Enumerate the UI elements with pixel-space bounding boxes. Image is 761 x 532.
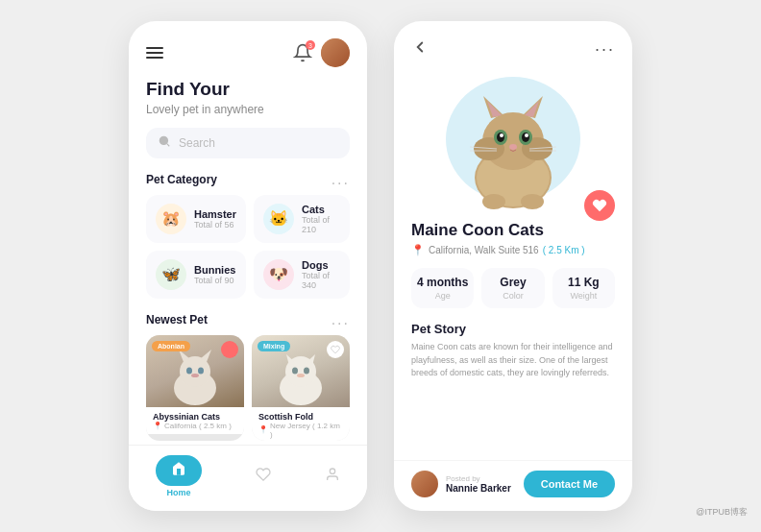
- nav-home-label: Home: [166, 488, 190, 497]
- poster-avatar: [411, 471, 438, 497]
- stat-age-label: Age: [417, 291, 468, 301]
- hamster-count: Total of 56: [194, 220, 236, 230]
- category-bunnies[interactable]: 🦋 Bunnies Total of 90: [146, 251, 246, 299]
- newest-cards: Abonian Abyssinian Cats 📍 California ( 2…: [146, 335, 350, 445]
- pet-location-scottish: 📍 New Jersey ( 1.2 km ): [258, 422, 343, 439]
- dogs-name: Dogs: [302, 259, 340, 271]
- favorite-button[interactable]: [584, 190, 615, 221]
- menu-icon[interactable]: [146, 47, 163, 59]
- pet-location-abyssinian: 📍 California ( 2.5 km ): [153, 422, 237, 430]
- nav-home[interactable]: Home: [156, 455, 202, 497]
- hamster-icon: 🐹: [156, 204, 186, 234]
- hamster-info: Hamster Total of 56: [194, 208, 236, 230]
- svg-point-13: [292, 367, 298, 374]
- hero-title: Find Your: [146, 79, 350, 101]
- story-title: Pet Story: [411, 322, 615, 336]
- svg-point-6: [186, 367, 192, 374]
- header-right: 3: [292, 38, 350, 67]
- pet-location-row: 📍 California, Walk Suite 516 ( 2.5 Km ): [411, 244, 615, 256]
- bunnies-icon: 🦋: [156, 259, 186, 290]
- category-dogs[interactable]: 🐶 Dogs Total of 340: [254, 251, 350, 299]
- pet-name-abyssinian: Abyssinian Cats: [153, 412, 237, 422]
- stat-color-label: Color: [487, 291, 538, 301]
- category-section-header: Pet Category ...: [146, 172, 350, 187]
- home-icon: [156, 455, 202, 486]
- left-phone: 3 Find Your Lovely pet in anywhere Searc…: [129, 21, 367, 511]
- contact-me-button[interactable]: Contact Me: [524, 471, 615, 497]
- dogs-count: Total of 340: [302, 271, 340, 290]
- svg-point-37: [482, 194, 505, 209]
- search-icon: [158, 134, 171, 152]
- poster-text: Posted by Nannie Barker: [446, 474, 511, 494]
- watermark: @ITPUB博客: [696, 506, 748, 519]
- nav-user[interactable]: [325, 467, 340, 486]
- dogs-info: Dogs Total of 340: [302, 259, 340, 290]
- location-icon2: 📍: [258, 425, 268, 434]
- location-pin-icon: 📍: [411, 244, 425, 256]
- stat-weight: 11 Kg Weight: [552, 268, 615, 308]
- poster-info: Posted by Nannie Barker: [411, 471, 511, 497]
- category-title: Pet Category: [146, 173, 217, 186]
- heart-nav-icon: [256, 467, 271, 486]
- search-placeholder: Search: [179, 136, 215, 150]
- bunnies-info: Bunnies Total of 90: [194, 264, 235, 285]
- newest-more-button[interactable]: ...: [331, 312, 350, 327]
- poster-name: Nannie Barker: [446, 483, 511, 494]
- hamster-name: Hamster: [194, 208, 236, 220]
- category-hamster[interactable]: 🐹 Hamster Total of 56: [146, 195, 246, 243]
- back-button[interactable]: [411, 38, 429, 60]
- svg-point-31: [525, 133, 528, 137]
- story-text: Maine Coon cats are known for their inte…: [411, 341, 615, 380]
- svg-point-38: [521, 194, 544, 209]
- stats-row: 4 months Age Grey Color 11 Kg Weight: [411, 268, 615, 308]
- pet-distance: ( 2.5 Km ): [543, 245, 585, 255]
- svg-line-1: [167, 144, 170, 147]
- notification-badge: 3: [306, 40, 315, 50]
- pet-full-name: Maine Coon Cats: [411, 221, 615, 240]
- pet-card-bottom-abyssinian: Abyssinian Cats 📍 California ( 2.5 km ): [146, 407, 244, 434]
- right-header: ···: [394, 21, 632, 67]
- nav-heart[interactable]: [256, 467, 271, 486]
- right-body: Maine Coon Cats 📍 California, Walk Suite…: [394, 221, 632, 452]
- more-options-button[interactable]: ···: [595, 40, 615, 58]
- newest-title: Newest Pet: [146, 313, 208, 326]
- notification-button[interactable]: 3: [292, 42, 313, 63]
- heart-button-scottish[interactable]: [327, 341, 344, 358]
- bunnies-name: Bunnies: [194, 264, 235, 276]
- pet-card-scottish[interactable]: Mixing Scottish Fold 📍 New Jersey ( 1.2 …: [252, 335, 350, 441]
- svg-point-0: [160, 136, 168, 145]
- pet-tag-scottish: Mixing: [258, 341, 290, 351]
- avatar[interactable]: [321, 38, 350, 67]
- stat-color-value: Grey: [487, 276, 538, 289]
- stat-age-value: 4 months: [417, 276, 468, 289]
- left-header: 3: [129, 21, 367, 75]
- dogs-icon: 🐶: [263, 259, 294, 290]
- posted-by-label: Posted by: [446, 474, 511, 483]
- cat-main-image: [436, 67, 590, 211]
- category-cats[interactable]: 🐱 Cats Total of 210: [254, 195, 350, 243]
- user-nav-icon: [325, 467, 340, 486]
- pet-tag-abyssinian: Abonian: [152, 341, 190, 351]
- cats-count: Total of 210: [302, 215, 340, 234]
- pet-card-abyssinian[interactable]: Abonian Abyssinian Cats 📍 California ( 2…: [146, 335, 244, 441]
- svg-point-7: [198, 367, 204, 374]
- svg-point-32: [509, 144, 517, 150]
- hero-subtitle: Lovely pet in anywhere: [146, 103, 350, 116]
- stat-age: 4 months Age: [411, 268, 474, 308]
- category-more-button[interactable]: ...: [331, 172, 350, 187]
- cat-image-section: [394, 67, 632, 221]
- newest-section-header: Newest Pet ...: [146, 312, 350, 327]
- right-phone: ···: [394, 21, 632, 511]
- svg-point-8: [191, 374, 199, 377]
- search-bar[interactable]: Search: [146, 128, 350, 158]
- bunnies-count: Total of 90: [194, 276, 235, 285]
- heart-button-abyssinian[interactable]: [221, 341, 238, 358]
- cats-name: Cats: [302, 204, 340, 215]
- location-icon: 📍: [153, 422, 162, 430]
- left-body: Find Your Lovely pet in anywhere Search …: [129, 75, 367, 445]
- bottom-nav: Home: [129, 445, 367, 511]
- category-grid: 🐹 Hamster Total of 56 🐱 Cats Total of 21…: [146, 195, 350, 299]
- pet-name-scottish: Scottish Fold: [258, 412, 343, 422]
- stat-weight-label: Weight: [558, 291, 609, 301]
- svg-point-14: [304, 367, 309, 374]
